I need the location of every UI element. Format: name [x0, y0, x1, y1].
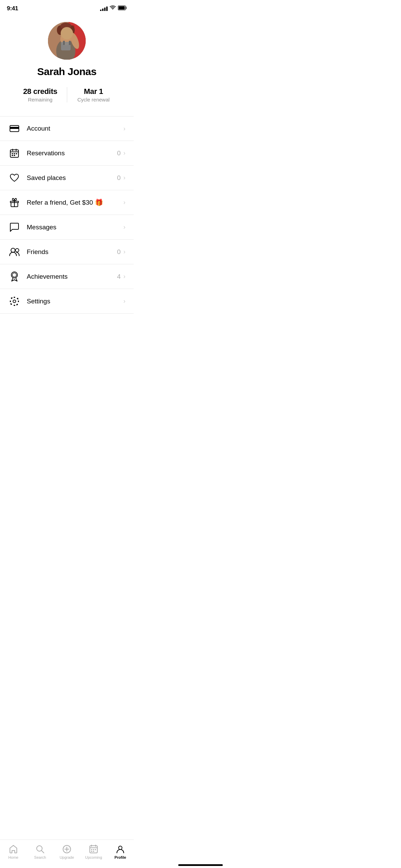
svg-point-16	[67, 31, 69, 33]
message-icon	[8, 221, 21, 233]
svg-point-17	[63, 31, 64, 33]
stats-row: 28 credits Remaining Mar 1 Cycle renewal	[0, 87, 134, 103]
menu-item-achievements[interactable]: Achievements 4 ›	[0, 264, 134, 289]
svg-rect-1	[119, 6, 125, 10]
menu-item-friends[interactable]: Friends 0 ›	[0, 240, 134, 264]
svg-rect-26	[12, 153, 13, 154]
renewal-label: Cycle renewal	[77, 97, 110, 103]
svg-rect-28	[16, 153, 17, 154]
heart-icon	[8, 172, 21, 184]
svg-rect-13	[63, 41, 65, 45]
svg-point-35	[15, 249, 19, 252]
gift-icon	[8, 196, 21, 209]
svg-rect-29	[12, 155, 13, 156]
friends-text-row: Friends 0	[27, 248, 121, 256]
signal-icon	[100, 7, 108, 11]
messages-label: Messages	[27, 224, 121, 231]
refer-label: Refer a friend, Get $30 🎁	[27, 198, 121, 206]
menu-item-saved-places[interactable]: Saved places 0 ›	[0, 166, 134, 190]
svg-rect-30	[14, 155, 15, 156]
achievement-icon	[8, 270, 21, 283]
achievements-chevron: ›	[123, 273, 125, 280]
svg-point-11	[60, 23, 71, 29]
status-icons	[100, 5, 127, 12]
friends-count: 0	[117, 248, 121, 256]
menu-list: Account › Reservations	[0, 116, 134, 314]
friends-label: Friends	[27, 248, 115, 256]
svg-rect-21	[10, 127, 19, 129]
reservations-count: 0	[117, 149, 121, 157]
settings-text-row: Settings	[27, 298, 121, 305]
friends-icon	[8, 246, 21, 258]
credits-stat: 28 credits Remaining	[14, 87, 67, 103]
credits-label: Remaining	[28, 97, 52, 103]
battery-icon	[118, 5, 127, 12]
reservations-label: Reservations	[27, 149, 115, 157]
messages-chevron: ›	[123, 224, 125, 231]
reservations-text-row: Reservations 0	[27, 149, 121, 157]
friends-chevron: ›	[123, 248, 125, 255]
svg-point-37	[12, 273, 16, 277]
status-time: 9:41	[7, 5, 18, 12]
svg-point-38	[13, 300, 16, 303]
renewal-stat: Mar 1 Cycle renewal	[67, 87, 120, 103]
credits-value: 28 credits	[23, 87, 57, 96]
status-bar: 9:41	[0, 0, 134, 15]
menu-item-refer[interactable]: Refer a friend, Get $30 🎁 ›	[0, 190, 134, 215]
svg-point-15	[63, 31, 65, 33]
achievements-text-row: Achievements 4	[27, 273, 121, 280]
svg-point-18	[67, 31, 69, 33]
calendar-icon	[8, 147, 21, 159]
reservations-chevron: ›	[123, 149, 125, 157]
achievements-label: Achievements	[27, 273, 115, 280]
account-label: Account	[27, 125, 121, 132]
messages-text-row: Messages	[27, 224, 121, 231]
account-chevron: ›	[123, 125, 125, 132]
account-text-row: Account	[27, 125, 121, 132]
svg-rect-27	[14, 153, 15, 154]
settings-icon	[8, 295, 21, 308]
svg-point-34	[11, 248, 15, 252]
renewal-date: Mar 1	[84, 87, 103, 96]
menu-item-reservations[interactable]: Reservations 0 ›	[0, 141, 134, 166]
menu-item-settings[interactable]: Settings ›	[0, 289, 134, 314]
user-name: Sarah Jonas	[37, 66, 97, 77]
menu-item-account[interactable]: Account ›	[0, 116, 134, 141]
saved-places-chevron: ›	[123, 174, 125, 181]
saved-places-count: 0	[117, 174, 121, 182]
svg-rect-14	[69, 41, 71, 45]
credit-card-icon	[8, 122, 21, 135]
settings-chevron: ›	[123, 298, 125, 305]
settings-label: Settings	[27, 298, 121, 305]
wifi-icon	[110, 5, 116, 12]
refer-text-row: Refer a friend, Get $30 🎁	[27, 198, 121, 206]
saved-places-label: Saved places	[27, 174, 115, 182]
saved-places-text-row: Saved places 0	[27, 174, 121, 182]
refer-chevron: ›	[123, 199, 125, 206]
menu-item-messages[interactable]: Messages ›	[0, 215, 134, 240]
profile-header: Sarah Jonas 28 credits Remaining Mar 1 C…	[0, 15, 134, 116]
achievements-count: 4	[117, 273, 121, 280]
avatar[interactable]	[48, 22, 86, 60]
